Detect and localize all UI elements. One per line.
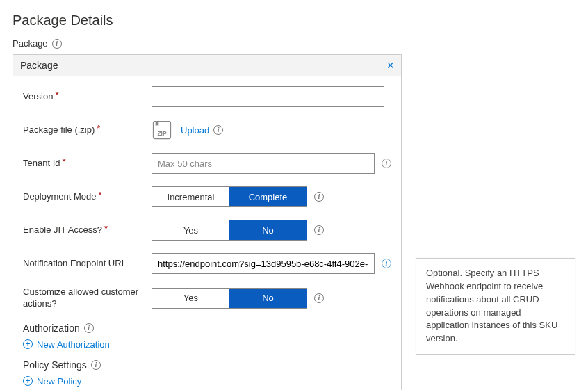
info-icon[interactable]: i [382,259,391,268]
plus-icon: + [23,339,33,349]
info-icon[interactable]: i [314,225,324,235]
panel-title: Package [20,60,58,71]
notification-url-input[interactable] [152,253,375,274]
new-authorization-button[interactable]: + New Authorization [23,339,391,350]
required-mark: * [99,190,102,200]
info-icon[interactable]: i [213,125,223,135]
info-icon[interactable]: i [314,192,324,202]
deployment-complete-button[interactable]: Complete [229,187,307,206]
plus-icon: + [23,376,33,386]
required-mark: * [104,223,108,234]
upload-button[interactable]: Upload [181,125,209,136]
customize-no-button[interactable]: No [229,289,307,308]
info-icon[interactable]: i [314,293,324,303]
new-policy-button[interactable]: + New Policy [23,376,391,387]
version-input[interactable] [152,86,384,107]
new-authorization-label: New Authorization [37,339,110,350]
jit-yes-button[interactable]: Yes [152,220,229,240]
notification-url-label: Notification Endpoint URL [23,258,126,268]
section-label: Package [13,38,48,49]
info-tooltip: Optional. Specify an HTTPS Webhook endpo… [416,258,575,355]
new-policy-label: New Policy [37,376,81,387]
authorization-heading: Authorization [23,323,80,334]
customize-actions-label: Customize allowed customer actions? [23,286,138,309]
close-icon[interactable]: × [386,59,394,72]
tenant-id-label: Tenant Id [23,158,60,168]
package-panel: Package × Version* Package file (.zip)* [13,54,402,390]
info-icon[interactable]: i [91,360,101,370]
required-mark: * [63,156,66,167]
required-mark: * [55,90,58,100]
version-label: Version [23,91,53,101]
policy-heading: Policy Settings [23,359,87,371]
jit-no-button[interactable]: No [229,220,307,240]
info-icon[interactable]: i [382,159,391,168]
zip-icon: ZIP [152,120,172,140]
page-title: Package Details [13,13,575,29]
info-icon[interactable]: i [84,323,94,333]
required-mark: * [97,123,100,133]
deployment-mode-toggle: Incremental Complete [152,186,307,207]
info-icon[interactable]: i [52,39,62,49]
customize-actions-toggle: Yes No [152,288,307,309]
svg-text:ZIP: ZIP [157,130,166,137]
deployment-mode-label: Deployment Mode [23,191,97,202]
deployment-incremental-button[interactable]: Incremental [152,187,229,206]
customize-yes-button[interactable]: Yes [152,289,229,308]
enable-jit-label: Enable JIT Access? [23,225,102,235]
enable-jit-toggle: Yes No [152,220,307,241]
package-file-label: Package file (.zip) [23,124,95,135]
tenant-id-input[interactable] [152,153,375,174]
